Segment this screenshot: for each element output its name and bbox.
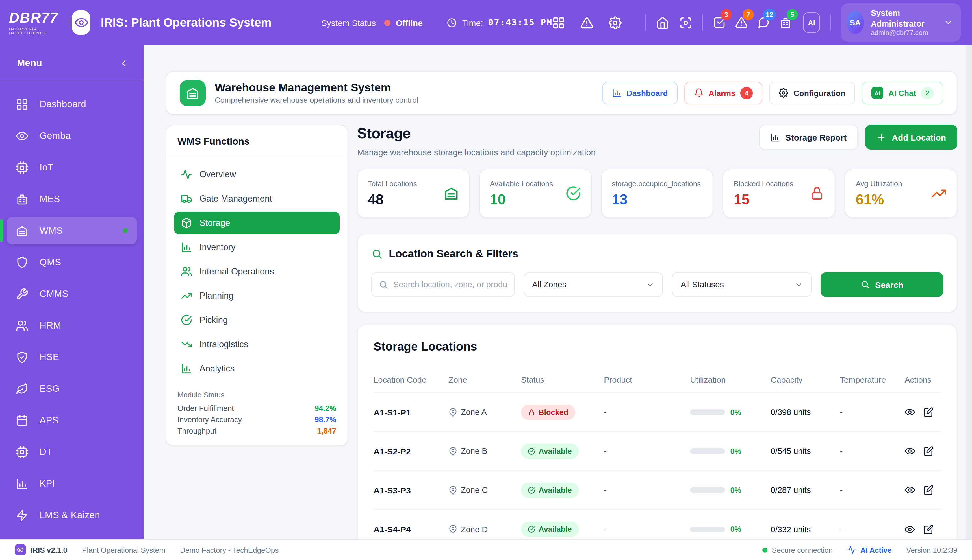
sidebar-item-mes[interactable]: MES — [7, 185, 137, 213]
header-divider — [830, 14, 831, 31]
ai-chip: AI — [872, 87, 883, 99]
table-row[interactable]: A1-S3-P3 Zone C Available — [373, 471, 941, 510]
user-menu[interactable]: SA System Administrator admin@dbr77.com — [841, 4, 961, 42]
row-actions — [905, 407, 941, 417]
capacity-cell: 0/332 units — [771, 525, 840, 534]
sidebar-item-qms[interactable]: QMS — [7, 248, 137, 276]
app-root: DBR77 INDUSTRIAL INTELLIGENCE IRIS: Plan… — [0, 0, 972, 560]
function-item-picking[interactable]: Picking — [174, 309, 340, 332]
function-item-planning[interactable]: Planning — [174, 285, 340, 307]
search-button[interactable]: Search — [821, 272, 943, 297]
sidebar-item-esg[interactable]: ESG — [7, 375, 137, 402]
configuration-button[interactable]: Configuration — [769, 82, 855, 104]
module-header-card: Warehouse Management System Comprehensiv… — [166, 71, 957, 115]
storage-report-button[interactable]: Storage Report — [759, 125, 858, 150]
sidebar-item-label: MES — [40, 193, 60, 204]
utilization-percent: 0% — [730, 486, 741, 494]
factory-icon — [16, 193, 28, 205]
function-item-storage[interactable]: Storage — [174, 212, 340, 234]
sidebar-item-wms[interactable]: WMS — [7, 217, 137, 245]
sidebar-collapse-button[interactable] — [119, 58, 129, 68]
top-header: DBR77 INDUSTRIAL INTELLIGENCE IRIS: Plan… — [0, 0, 972, 45]
view-eye-icon[interactable] — [905, 407, 915, 417]
column-header: Actions — [905, 375, 941, 384]
notification-factory[interactable]: 5 — [779, 14, 792, 31]
function-item-inventory[interactable]: Inventory — [174, 236, 340, 258]
menu-label: Menu — [17, 57, 42, 68]
user-email: admin@dbr77.com — [871, 28, 937, 37]
sidebar-item-label: QMS — [40, 257, 61, 268]
sidebar-item-dt[interactable]: DT — [7, 438, 137, 466]
header-quick-grid[interactable] — [552, 16, 565, 29]
sidebar-item-lms-kaizen[interactable]: LMS & Kaizen — [7, 501, 137, 529]
bar-chart-icon — [181, 363, 192, 374]
notification-check-square[interactable]: 3 — [713, 14, 726, 31]
status-bar: IRIS v2.1.0 Plant Operational System Dem… — [0, 539, 972, 560]
sidebar-item-hrm[interactable]: HRM — [7, 312, 137, 339]
lock-icon — [528, 408, 535, 416]
edit-icon[interactable] — [923, 524, 933, 534]
ai-chat-button[interactable]: AI AI Chat 2 — [862, 82, 943, 104]
sidebar-item-label: APS — [40, 415, 59, 426]
sidebar-item-label: ESG — [40, 383, 60, 394]
footer-system-name: Plant Operational System — [82, 546, 165, 554]
edit-icon[interactable] — [923, 407, 933, 417]
header-quick-gear[interactable] — [609, 16, 622, 29]
stat-label: Available Locations — [490, 179, 553, 188]
view-eye-icon[interactable] — [905, 446, 915, 456]
main-sidebar: Menu Dashboard Gemba IoT — [0, 45, 144, 539]
status-filter-select[interactable]: All Statuses — [672, 272, 812, 297]
temperature-cell: - — [840, 447, 905, 455]
alarms-button[interactable]: Alarms 4 — [684, 82, 763, 104]
search-input[interactable] — [393, 280, 507, 289]
page-subtitle: Manage warehouse storage locations and c… — [357, 147, 596, 157]
function-item-label: Gate Management — [199, 193, 272, 204]
sidebar-item-kpi[interactable]: KPI — [7, 470, 137, 497]
location-code-cell: A1-S2-P2 — [373, 446, 448, 456]
zone-filter-select[interactable]: All Zones — [524, 272, 663, 297]
page-title: Storage — [357, 125, 596, 142]
table-row[interactable]: A1-S4-P4 Zone D Available — [373, 510, 941, 539]
map-pin-icon — [448, 486, 457, 494]
sidebar-item-hse[interactable]: HSE — [7, 343, 137, 371]
header-nav-home[interactable] — [656, 16, 669, 29]
sidebar-item-aps[interactable]: APS — [7, 407, 137, 434]
column-header: Status — [521, 375, 604, 384]
temperature-cell: - — [840, 525, 905, 534]
sidebar-item-gemba[interactable]: Gemba — [7, 122, 137, 150]
sidebar-item-cmms[interactable]: CMMS — [7, 280, 137, 308]
function-item-gate-management[interactable]: Gate Management — [174, 187, 340, 210]
notification-alert-triangle[interactable]: 7 — [735, 14, 748, 31]
view-eye-icon[interactable] — [905, 524, 915, 534]
function-item-internal-operations[interactable]: Internal Operations — [174, 260, 340, 283]
function-item-overview[interactable]: Overview — [174, 163, 340, 186]
function-item-label: Picking — [199, 315, 228, 325]
table-row[interactable]: A1-S2-P2 Zone B Available — [373, 432, 941, 471]
header-right: 3 7 12 5 — [552, 4, 961, 42]
add-location-button[interactable]: Add Location — [865, 125, 957, 150]
status-badge: Available — [521, 482, 579, 498]
dashboard-button[interactable]: Dashboard — [602, 82, 677, 104]
edit-icon[interactable] — [923, 485, 933, 495]
sidebar-item-dashboard[interactable]: Dashboard — [7, 90, 137, 118]
notification-chat[interactable]: 12 — [757, 14, 770, 31]
edit-icon[interactable] — [923, 446, 933, 456]
check-circle-icon — [181, 315, 192, 326]
search-card-title: Location Search & Filters — [389, 248, 518, 260]
table-row[interactable]: A1-S1-P1 Zone A Blocked — [373, 393, 941, 432]
sidebar-item-label: KPI — [40, 478, 55, 489]
module-status-label: Throughput — [177, 427, 216, 435]
footer-version: IRIS v2.1.0 — [30, 546, 67, 554]
gear-icon — [779, 88, 788, 98]
header-quick-alert-triangle[interactable] — [581, 16, 594, 29]
ai-assistant-button[interactable]: AI — [803, 12, 820, 33]
view-eye-icon[interactable] — [905, 485, 915, 495]
function-item-intralogistics[interactable]: Intralogistics — [174, 333, 340, 356]
function-item-analytics[interactable]: Analytics — [174, 357, 340, 380]
activity-icon — [847, 545, 857, 554]
utilization-cell: 0% — [690, 486, 771, 494]
sidebar-item-iot[interactable]: IoT — [7, 153, 137, 181]
stat-card-avg-utilization: Avg Utilization 61% — [845, 169, 957, 218]
header-nav-scan[interactable] — [679, 16, 693, 29]
capacity-cell: 0/398 units — [771, 408, 840, 417]
